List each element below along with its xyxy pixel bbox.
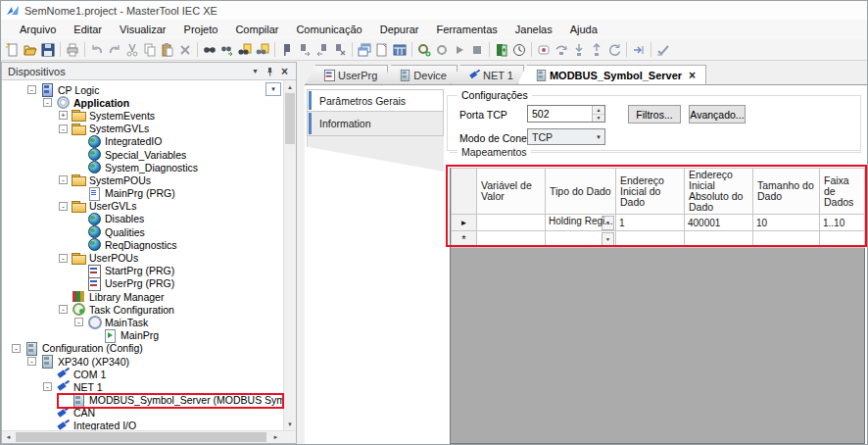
tree-item-integrated-io[interactable]: Integrated I/O — [2, 420, 283, 430]
cell-variavel[interactable]: UserPrg.VarString — [477, 215, 546, 231]
cascade-windows-icon[interactable] — [356, 41, 373, 59]
tree-item-userprg[interactable]: UserPrg (PRG) — [2, 277, 283, 290]
expand-toggle[interactable]: - — [43, 382, 52, 391]
cell-tipo[interactable]: ▼Holding Regi... — [546, 215, 616, 231]
tree-item-startprg[interactable]: StartPrg (PRG) — [2, 265, 283, 277]
redo-icon[interactable] — [106, 41, 123, 59]
toggle-breakpoint-icon[interactable] — [535, 41, 553, 59]
copy-icon[interactable] — [141, 41, 159, 59]
bookmark-next-icon[interactable] — [296, 41, 313, 59]
scroll-down-icon[interactable]: ▼ — [284, 418, 296, 430]
tree-item-special-variables[interactable]: Special_Variables — [2, 148, 283, 161]
cell-endereco-inicial[interactable]: 1 — [616, 215, 685, 231]
tree-item-systemevents[interactable]: +SystemEvents — [2, 109, 283, 122]
print-icon[interactable] — [64, 41, 81, 59]
tree-item-maintask[interactable]: -MainTask — [2, 316, 283, 328]
paste-icon[interactable] — [159, 41, 176, 59]
expand-toggle[interactable]: - — [59, 305, 68, 314]
filtros-button[interactable]: Filtros... — [628, 105, 681, 124]
close-tab-icon[interactable]: × — [689, 71, 696, 80]
build-icon[interactable] — [391, 41, 409, 59]
tree-horizontal-scrollbar[interactable]: ◄ ► — [2, 430, 296, 443]
expand-toggle[interactable]: + — [59, 111, 68, 120]
step-into-icon[interactable] — [570, 41, 588, 59]
tree-filter-dropdown[interactable]: ▼ — [265, 82, 281, 96]
cell-endereco-absoluto[interactable]: 400001 — [685, 215, 753, 231]
expand-toggle[interactable]: - — [12, 344, 21, 353]
col-faixa-de-dados[interactable]: Faixa de Dados — [820, 169, 865, 215]
tree-vertical-scrollbar[interactable]: ▲ ▼ — [283, 80, 296, 430]
scroll-up-icon[interactable]: ▲ — [284, 80, 296, 93]
cut-icon[interactable] — [123, 41, 141, 59]
step-out-icon[interactable] — [588, 41, 605, 59]
menu-depurar[interactable]: Depurar — [371, 22, 428, 37]
new-file-icon[interactable] — [4, 41, 22, 59]
menu-ajuda[interactable]: Ajuda — [561, 22, 606, 37]
spin-down-icon[interactable]: ▼ — [593, 115, 604, 123]
col-tamanho-do-dado[interactable]: Tamanho do Dado — [753, 169, 820, 215]
undo-icon[interactable] — [88, 41, 106, 59]
reset-icon[interactable] — [605, 41, 623, 59]
tree-item-systempous[interactable]: -SystemPOUs — [2, 173, 283, 186]
login-icon[interactable] — [493, 41, 510, 59]
tree-item-library-manager[interactable]: Library Manager — [2, 290, 283, 303]
find-next-icon[interactable] — [218, 41, 236, 59]
cell-faixa[interactable] — [820, 231, 865, 248]
tree-item-maintask-mainprg[interactable]: MainPrg — [2, 329, 283, 342]
scroll-right-icon[interactable]: ► — [269, 431, 282, 443]
tree-item-cp-logic[interactable]: -CP Logic — [2, 83, 283, 96]
tree-item-application[interactable]: -Application — [2, 96, 283, 109]
scroll-thumb[interactable] — [16, 432, 266, 442]
tree-item-usergvls[interactable]: -UserGVLs — [2, 200, 283, 213]
bookmark-clear-icon[interactable] — [331, 41, 349, 59]
new-window-icon[interactable] — [373, 41, 391, 59]
tree-item-com1[interactable]: COM 1 — [2, 368, 283, 380]
tree-item-disables[interactable]: Disables — [2, 213, 283, 225]
expand-toggle[interactable]: - — [27, 357, 36, 366]
tree-item-qualities[interactable]: Qualities — [2, 225, 283, 238]
modo-conexao-select[interactable]: TCP ▼ — [527, 128, 605, 145]
tree-item-net1[interactable]: -NET 1 — [2, 380, 283, 393]
menu-ferramentas[interactable]: Ferramentas — [427, 22, 506, 37]
porta-tcp-input[interactable] — [528, 106, 592, 122]
nav-information[interactable]: Information — [307, 112, 444, 136]
expand-toggle[interactable]: - — [74, 318, 83, 326]
tree-item-can[interactable]: CAN — [2, 407, 283, 420]
col-variavel-de-valor[interactable]: Variável de Valor — [477, 169, 546, 215]
tree-item-modbus-symbol-server[interactable]: MODBUS_Symbol_Server (MODBUS Symbol Serv… — [2, 394, 283, 407]
expand-toggle[interactable]: - — [59, 202, 68, 211]
force-values-icon[interactable] — [630, 41, 648, 59]
tree-item-systemgvls[interactable]: -SystemGVLs — [2, 123, 283, 135]
menu-arquivo[interactable]: Arquivo — [11, 22, 65, 37]
expand-toggle[interactable]: - — [59, 175, 68, 184]
search-project-icon[interactable] — [236, 41, 254, 59]
write-values-icon[interactable] — [654, 41, 672, 59]
row-marker[interactable]: ► — [452, 215, 477, 231]
menu-visualizar[interactable]: Visualizar — [111, 22, 175, 37]
runtime-clock-icon[interactable] — [510, 41, 528, 59]
bookmark-previous-icon[interactable] — [313, 41, 331, 59]
expand-toggle[interactable]: - — [43, 98, 52, 107]
tab-modbus-symbol-server[interactable]: MODBUS_Symbol_Server× — [517, 65, 706, 84]
menu-projeto[interactable]: Projeto — [175, 22, 227, 37]
close-panel-icon[interactable]: × — [277, 65, 292, 78]
step-over-icon[interactable] — [553, 41, 570, 59]
tree-item-xp340[interactable]: -XP340 (XP340) — [2, 355, 283, 368]
tree-item-integratedio[interactable]: IntegratedIO — [2, 135, 283, 148]
save-icon[interactable] — [39, 41, 57, 59]
tree-item-configuration[interactable]: -Configuration (Config) — [2, 342, 283, 355]
tab-net1[interactable]: NET 1 — [451, 65, 524, 84]
cell-endereco-inicial[interactable] — [616, 231, 685, 248]
delete-icon[interactable] — [176, 41, 194, 59]
menu-janelas[interactable]: Janelas — [506, 22, 561, 37]
open-file-icon[interactable] — [22, 41, 39, 59]
replace-project-icon[interactable] — [254, 41, 271, 59]
tree-item-reqdiagnostics[interactable]: ReqDiagnostics — [2, 238, 283, 251]
tree-item-system-diagnostics[interactable]: System_Diagnostics — [2, 161, 283, 173]
col-endereco-inicial[interactable]: Endereço Inicial do Dado — [616, 169, 685, 215]
generate-code-icon[interactable] — [415, 41, 433, 59]
bookmark-icon[interactable] — [278, 41, 296, 59]
new-row-marker[interactable]: * — [452, 231, 477, 248]
cell-variavel[interactable] — [477, 231, 546, 248]
cell-endereco-absoluto[interactable] — [685, 231, 753, 248]
